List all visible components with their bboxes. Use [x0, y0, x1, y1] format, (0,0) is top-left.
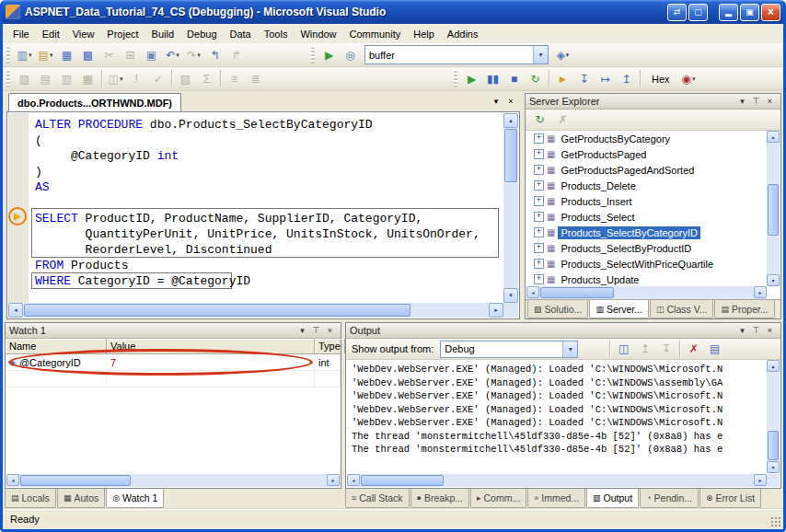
server-explorer-title-bar[interactable]: Server Explorer ▾⊤×	[526, 94, 780, 110]
menu-item-data[interactable]: Data	[224, 26, 258, 42]
tab-comm[interactable]: ▸Comm...	[470, 489, 526, 508]
expand-icon[interactable]: +	[534, 165, 544, 175]
scroll-up-button[interactable]: ▴	[767, 360, 780, 372]
word-wrap-button[interactable]: ▤	[704, 339, 725, 359]
scroll-left-button[interactable]: ◂	[526, 286, 539, 298]
indent-button[interactable]: ≡	[224, 69, 245, 89]
scroll-left-button[interactable]: ◂	[347, 474, 360, 486]
menu-item-edit[interactable]: Edit	[36, 26, 66, 42]
add-item-button[interactable]: ▥▾	[14, 45, 35, 65]
scroll-right-button[interactable]: ▸	[754, 474, 767, 486]
restore-button[interactable]: ▣	[740, 4, 759, 21]
tab-locals[interactable]: ▤Locals	[5, 489, 56, 508]
tab-pendin[interactable]: ◔Pendin...	[640, 489, 699, 508]
close-document-button[interactable]: ×	[503, 95, 518, 109]
tree-vertical-scrollbar[interactable]: ▴ ▾	[767, 131, 780, 286]
scroll-thumb[interactable]	[361, 475, 444, 486]
watch-empty-row[interactable]	[6, 371, 341, 387]
scroll-thumb[interactable]	[768, 431, 779, 460]
navigate-forward-button[interactable]: ↱	[225, 45, 247, 65]
open-file-button[interactable]: ▤▾	[35, 45, 56, 65]
menu-item-project[interactable]: Project	[100, 26, 144, 42]
toolbar-grip[interactable]	[6, 47, 10, 64]
expand-icon[interactable]: +	[534, 180, 544, 191]
start-debug-button[interactable]: ▶	[318, 45, 340, 65]
watch-horizontal-scrollbar[interactable]: ◂ ▸	[6, 474, 340, 487]
menu-item-debug[interactable]: Debug	[180, 26, 223, 42]
expand-icon[interactable]: +	[534, 243, 544, 253]
add-table-button[interactable]: ▨	[175, 69, 196, 89]
menu-item-help[interactable]: Help	[407, 26, 441, 42]
watch-title-bar[interactable]: Watch 1 ▾⊤×	[6, 323, 341, 339]
scroll-right-button[interactable]: ▸	[754, 286, 767, 298]
toolbar-grip[interactable]	[6, 71, 10, 87]
copy-button[interactable]: ⊞	[120, 45, 141, 65]
expand-icon[interactable]: +	[534, 149, 544, 159]
close-panel-button[interactable]: ×	[323, 324, 337, 337]
menu-item-file[interactable]: File	[6, 26, 36, 42]
expand-icon[interactable]: +	[534, 259, 544, 269]
watch-column-value[interactable]: Value	[107, 339, 315, 353]
show-criteria-pane-button[interactable]: ▤	[35, 69, 56, 89]
window-position-button[interactable]: ▾	[295, 324, 309, 337]
output-combo-dropdown-icon[interactable]: ▾	[562, 341, 577, 357]
find-combo-dropdown-icon[interactable]: ▾	[533, 46, 548, 64]
tree-item-products-select[interactable]: +▦Products_Select	[526, 209, 767, 225]
scroll-up-button[interactable]: ▴	[767, 131, 780, 143]
watch-row[interactable]: ◆@CategoryID7int	[6, 354, 341, 371]
scroll-left-button[interactable]: ◂	[6, 474, 19, 486]
expand-icon[interactable]: +	[534, 196, 544, 206]
expand-icon[interactable]: +	[534, 133, 544, 144]
tab-server[interactable]: ▥Server...	[589, 300, 649, 318]
verify-sql-button[interactable]: ✓	[147, 69, 168, 89]
scroll-down-button[interactable]: ▾	[503, 288, 518, 303]
tab-output[interactable]: ▥Output	[586, 489, 639, 508]
scroll-down-button[interactable]: ▾	[767, 461, 780, 473]
auto-hide-pin-button[interactable]: ⊤	[309, 324, 323, 337]
hex-toggle-button[interactable]: Hex	[646, 71, 676, 87]
tab-breakp[interactable]: ●Breakp...	[410, 489, 469, 508]
scroll-right-button[interactable]: ▸	[489, 303, 503, 318]
tree-item-products-selectbyproductid[interactable]: +▦Products_SelectByProductID	[526, 240, 767, 256]
show-sql-pane-button[interactable]: ▥	[56, 69, 77, 89]
tree-horizontal-scrollbar[interactable]: ◂ ▸	[526, 286, 767, 299]
scroll-thumb[interactable]	[504, 129, 517, 182]
window-position-button[interactable]: ▾	[735, 95, 749, 108]
tab-call-stack[interactable]: ≡Call Stack	[345, 489, 410, 508]
title-bar[interactable]: ASPNET_Data_Tutorial_74_CS (Debugging) -…	[0, 0, 786, 24]
refresh-button[interactable]: ↻	[529, 110, 550, 130]
tree-item-products-update[interactable]: +▦Products_Update	[526, 272, 767, 286]
minimize-button[interactable]: ▂	[719, 4, 738, 21]
expand-icon[interactable]: +	[534, 227, 544, 237]
close-panel-button[interactable]: ×	[763, 95, 777, 108]
output-lines[interactable]: 'WebDev.WebServer.EXE' (Managed): Loaded…	[347, 360, 767, 473]
tab-watch-1[interactable]: ◎Watch 1	[106, 489, 164, 508]
menu-item-addins[interactable]: Addins	[441, 26, 485, 42]
breakpoints-window-button[interactable]: ◉▾	[678, 69, 699, 89]
next-message-button[interactable]: ↧	[655, 339, 676, 359]
code-editor[interactable]: ALTER PROCEDURE dbo.Products_SelectByCat…	[6, 111, 520, 319]
tree-item-products-selectbycategoryid[interactable]: +▦Products_SelectByCategoryID	[526, 225, 767, 240]
scroll-up-button[interactable]: ▴	[503, 113, 518, 128]
change-query-type-button[interactable]: ◫▾	[105, 69, 126, 89]
clear-all-button[interactable]: ✗	[683, 339, 704, 359]
find-symbol-button[interactable]: ◈▾	[552, 45, 573, 65]
tree-item-products-insert[interactable]: +▦Products_Insert	[526, 193, 767, 209]
tree-item-products-delete[interactable]: +▦Products_Delete	[526, 178, 767, 193]
menu-item-build[interactable]: Build	[145, 26, 180, 42]
tab-error-list[interactable]: ⊗Error List	[699, 489, 761, 508]
show-next-statement-button[interactable]: ►	[552, 69, 573, 89]
expand-icon[interactable]: +	[534, 212, 544, 222]
step-over-button[interactable]: ↦	[595, 69, 616, 89]
output-horizontal-scrollbar[interactable]: ◂ ▸	[347, 474, 767, 487]
tab-proper[interactable]: ▤Proper...	[714, 300, 774, 318]
watch-grid-body[interactable]: ◆@CategoryID7int	[6, 354, 341, 474]
auto-hide-pin-button[interactable]: ⊤	[749, 95, 763, 108]
menu-item-window[interactable]: Window	[294, 26, 342, 42]
paste-button[interactable]: ▣	[141, 45, 162, 65]
close-button[interactable]: ×	[761, 4, 780, 21]
auto-hide-pin-button[interactable]: ⊤	[749, 324, 763, 337]
find-combo[interactable]: buffer ▾	[364, 45, 549, 64]
watch-column-name[interactable]: Name	[6, 339, 107, 353]
cut-button[interactable]: ✂	[98, 45, 120, 65]
